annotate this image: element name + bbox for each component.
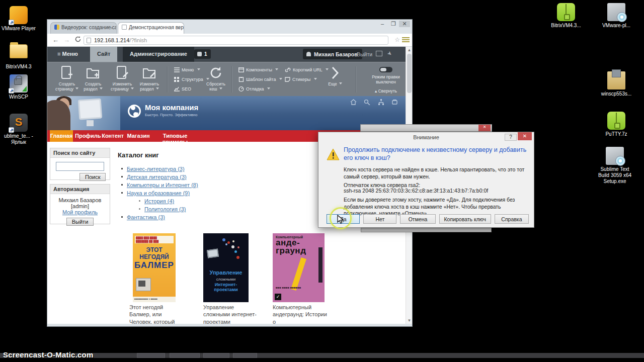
url-bar[interactable]: 192.168.1.214/?finish: [84, 36, 388, 45]
desktop-icon-bitrixvm-folder[interactable]: BitrixVM4.3: [0, 41, 37, 70]
tab-favicon: [122, 25, 127, 30]
nav-item-shop[interactable]: Магазин: [126, 130, 150, 142]
search-button[interactable]: Поиск: [79, 173, 106, 181]
short-url-button[interactable]: Короткий URL: [285, 67, 329, 72]
help-button[interactable]: Справка: [495, 214, 529, 224]
taskbar-button[interactable]: [233, 353, 257, 358]
home-icon[interactable]: [350, 99, 357, 105]
no-button[interactable]: Нет: [363, 214, 396, 224]
forward-button[interactable]: →: [63, 36, 70, 44]
dialog-titlebar[interactable]: Внимание ? ✕: [318, 132, 534, 142]
logout-link[interactable]: Выйти: [357, 51, 372, 57]
notification-badge[interactable]: 1: [194, 49, 211, 59]
debug-button[interactable]: Отладка: [238, 86, 270, 92]
desktop-icon-vmware-installer[interactable]: VMware-pl...: [598, 3, 635, 29]
background-window-titlebar[interactable]: ✕: [360, 124, 492, 132]
components-icon: [238, 67, 244, 72]
tab-demo-version[interactable]: Демонстрационная вер ✕: [118, 22, 184, 34]
admin-menu-button[interactable]: ≡ Меню: [57, 51, 78, 57]
tab-video-lesson[interactable]: Видеоурок: создание са ✕: [50, 22, 117, 34]
seo-button[interactable]: SEO: [174, 86, 191, 92]
dialog-help-button[interactable]: ?: [505, 134, 517, 141]
nav-item-content[interactable]: Контент: [101, 130, 125, 142]
tab-administration[interactable]: Администрирование: [123, 47, 194, 62]
more-button[interactable]: Еще: [325, 65, 345, 87]
minimize-button[interactable]: –: [377, 21, 388, 27]
my-profile-link[interactable]: Мой профиль: [62, 209, 98, 215]
create-section-button[interactable]: Создать раздел: [79, 65, 107, 92]
desktop-icon-bitrixvm-archive[interactable]: BitrixVM4.3...: [547, 3, 585, 29]
site-template-icon: [238, 77, 244, 82]
structure-grid-icon: [174, 77, 180, 82]
pin-icon[interactable]: ➤: [386, 50, 393, 58]
shortcut-arrow-icon: ↗: [9, 20, 14, 25]
panel-settings-icon[interactable]: [376, 51, 382, 56]
cart-icon[interactable]: [391, 99, 398, 105]
desktop-icon-vmware-player[interactable]: ↗ VMware Player: [0, 6, 37, 32]
maximize-button[interactable]: ❐: [388, 21, 399, 27]
7zip-archive-icon: [607, 112, 625, 130]
taskbar-button[interactable]: [170, 353, 200, 358]
site-logo[interactable]: Моя компания Быстро. Просто. Эффективно: [128, 103, 198, 117]
desktop-icon-winscp[interactable]: ↗ WinSCP: [0, 74, 37, 100]
taskbar-button[interactable]: [137, 353, 165, 358]
tab-site[interactable]: Сайт: [90, 47, 117, 62]
taskbar-button[interactable]: [203, 353, 229, 358]
reset-cache-button[interactable]: Сбросить кеш: [202, 65, 229, 92]
background-window-close-icon[interactable]: ✕: [478, 125, 491, 131]
search-input[interactable]: [56, 162, 104, 171]
nav-item-examples[interactable]: Типовые примеры: [152, 130, 198, 142]
search-icon[interactable]: [364, 99, 370, 105]
tab-close-icon[interactable]: ✕: [110, 26, 114, 31]
close-button[interactable]: ✕: [399, 21, 410, 27]
collapse-panel-button[interactable]: ▴ Свернуть: [368, 88, 404, 94]
dialog-title: Внимание: [413, 134, 439, 140]
catalog-link[interactable]: Детская литература (3): [127, 174, 187, 180]
catalog-link[interactable]: Компьютеры и Интернет (8): [127, 182, 198, 188]
scroll-down-icon[interactable]: ▼: [406, 317, 412, 324]
catalog-link[interactable]: Бизнес-литература (3): [127, 166, 185, 172]
desktop-icon-winscp-installer[interactable]: winscp553s...: [598, 71, 635, 97]
browser-menu-icon[interactable]: [402, 37, 410, 43]
catalog-title: Каталог книг: [118, 151, 159, 159]
scrollbar-thumb[interactable]: [407, 54, 412, 93]
desktop-icon-sublime-shortcut[interactable]: S↗ ublime_te... - Ярлык: [0, 114, 37, 145]
catalog-sublink[interactable]: Политология (3): [144, 206, 186, 212]
reload-icon[interactable]: [74, 36, 82, 43]
edit-mode-toggle[interactable]: [379, 67, 392, 72]
catalog-link[interactable]: Наука и образование (9): [127, 190, 190, 196]
back-button[interactable]: ←: [52, 36, 59, 44]
sitemap-icon[interactable]: [378, 99, 384, 105]
dialog-close-button[interactable]: ✕: [518, 132, 532, 140]
user-button[interactable]: Михаил Базаров: [303, 49, 362, 59]
site-template-button[interactable]: Шаблон сайта: [238, 77, 282, 82]
catalog-link[interactable]: Фантастика (3): [127, 214, 165, 220]
book-caption[interactable]: Этот негодяй Балмер, или Человек, которы…: [129, 304, 186, 324]
stickers-button[interactable]: Стикеры: [285, 77, 317, 82]
book-cover-balmer[interactable]: ████ ███ ███████████ ██ ███ ЭТОТ НЕГОДЯЙ…: [133, 233, 176, 302]
book-caption[interactable]: Управление сложными интернет-проектами: [203, 304, 260, 324]
bookmark-star-icon[interactable]: ☆: [394, 36, 400, 43]
dialog-body-1: Ключ хоста сервера не найден в кэше. Нел…: [344, 166, 529, 180]
book-caption[interactable]: Компьютерный андеграунд: Истории о: [273, 304, 329, 324]
copy-key-button[interactable]: Копировать ключ: [439, 214, 491, 224]
catalog-sublink[interactable]: История (4): [144, 198, 174, 204]
tab-close-icon[interactable]: ✕: [177, 26, 181, 31]
book-cover-underground[interactable]: Компьютерный анде- граунд ■■■ ■■■■ ■■■■■…: [273, 233, 325, 302]
desktop-icon-sublime-setup[interactable]: Sublime Text Build 3059 x64 Setup.exe: [596, 147, 633, 185]
nav-item-home[interactable]: Главная: [50, 130, 73, 142]
nav-item-profile[interactable]: Профиль: [75, 130, 99, 142]
components-button[interactable]: Компоненты: [238, 67, 278, 72]
scroll-up-icon[interactable]: ▲: [406, 47, 412, 53]
cancel-button[interactable]: Отмена: [400, 214, 435, 224]
book-cover-internet-projects[interactable]: Управление сложными Интернет-проектами: [203, 233, 249, 302]
edit-section-button[interactable]: Изменить раздел: [136, 65, 163, 92]
tab-title: Видеоурок: создание са: [61, 25, 117, 30]
create-page-button[interactable]: Создать страницу: [53, 65, 80, 92]
menu-button[interactable]: Меню: [174, 67, 200, 72]
edit-page-button[interactable]: Изменить страницу: [109, 65, 136, 92]
desktop-icon-putty-archive[interactable]: PuTTY.7z: [598, 112, 635, 137]
company-name: Моя компания: [145, 103, 198, 112]
site-logout-button[interactable]: Выйти: [66, 218, 94, 226]
header-icon-bar: [345, 98, 398, 107]
